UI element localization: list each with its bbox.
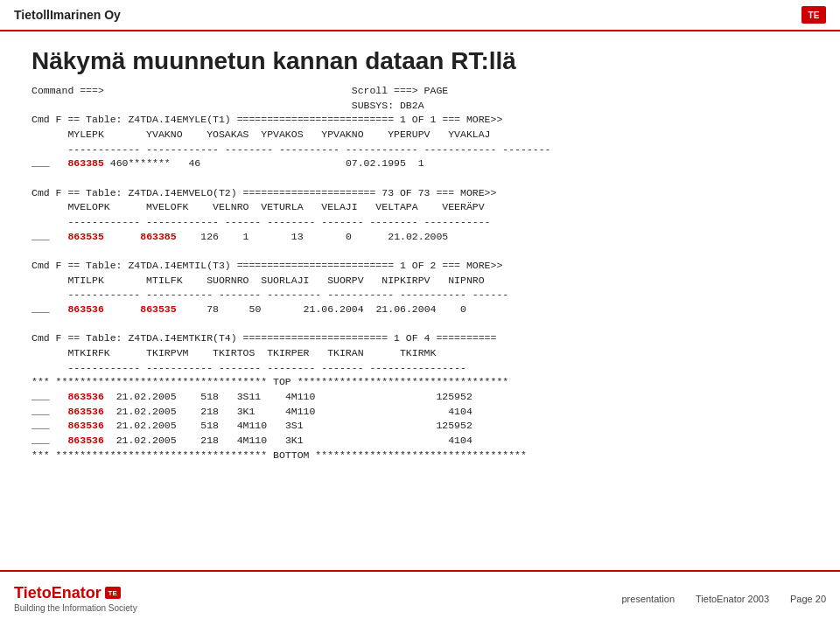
page-title: Näkymä muunnetun kannan dataan RT:llä	[32, 47, 808, 75]
header-title: TietollImarinen Oy	[14, 8, 121, 22]
main-content: Command ===> Scroll ===> PAGE SUBSYS: DB…	[0, 84, 840, 570]
footer-company-label: TietoEnator 2003	[696, 594, 769, 604]
footer-logo-area: TietoEnator TE Building the Information …	[14, 585, 137, 614]
footer-tagline: Building the Information Society	[14, 603, 137, 613]
page-title-area: Näkymä muunnetun kannan dataan RT:llä	[0, 31, 840, 84]
footer-right: presentation TietoEnator 2003 Page 20	[621, 594, 826, 604]
header-logo-icon: TE	[802, 6, 826, 24]
footer-presentation-label: presentation	[621, 594, 675, 604]
header: TietollImarinen Oy TE	[0, 0, 840, 31]
terminal-content: Command ===> Scroll ===> PAGE SUBSYS: DB…	[32, 84, 808, 463]
footer: TietoEnator TE Building the Information …	[0, 570, 840, 626]
footer-brand: TietoEnator	[14, 585, 102, 602]
footer-te-icon: TE	[105, 587, 121, 599]
footer-page-label: Page 20	[790, 594, 826, 604]
